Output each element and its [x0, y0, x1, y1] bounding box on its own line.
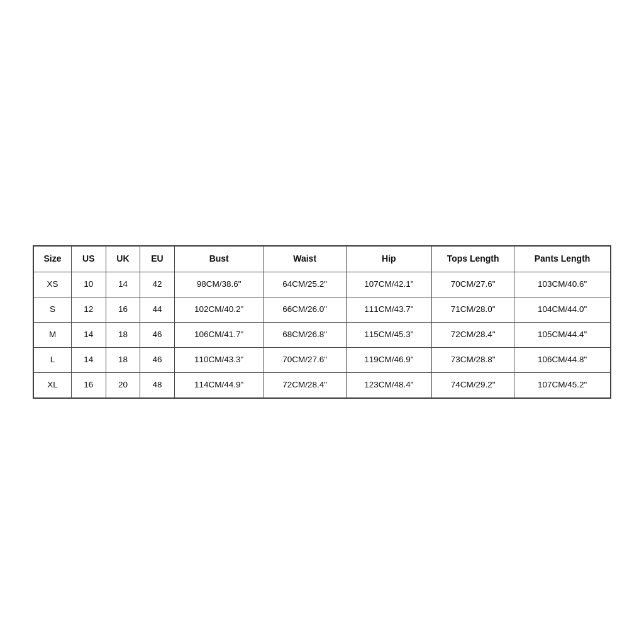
col-header-eu: EU	[140, 247, 175, 272]
col-header-size: Size	[34, 247, 72, 272]
cell-hip: 111CM/43.7"	[346, 297, 431, 322]
cell-bust: 106CM/41.7"	[174, 322, 264, 347]
cell-us: 12	[72, 297, 106, 322]
cell-us: 16	[72, 372, 106, 397]
cell-tops: 73CM/28.8"	[432, 347, 514, 372]
cell-eu: 46	[140, 347, 175, 372]
cell-size: XS	[34, 272, 72, 297]
col-header-waist: Waist	[264, 247, 346, 272]
col-header-tops: Tops Length	[432, 247, 514, 272]
cell-pants: 103CM/40.6"	[514, 272, 611, 297]
cell-eu: 46	[140, 322, 175, 347]
cell-uk: 18	[106, 322, 140, 347]
cell-bust: 98CM/38.6"	[174, 272, 264, 297]
col-header-hip: Hip	[346, 247, 431, 272]
cell-size: XL	[34, 372, 72, 397]
cell-size: M	[34, 322, 72, 347]
cell-bust: 114CM/44.9"	[174, 372, 264, 397]
cell-us: 10	[72, 272, 106, 297]
cell-uk: 14	[106, 272, 140, 297]
cell-waist: 70CM/27.6"	[264, 347, 346, 372]
cell-hip: 123CM/48.4"	[346, 372, 431, 397]
cell-eu: 42	[140, 272, 175, 297]
table-row: XL162048114CM/44.9"72CM/28.4"123CM/48.4"…	[34, 372, 611, 397]
cell-us: 14	[72, 322, 106, 347]
cell-hip: 119CM/46.9"	[346, 347, 431, 372]
cell-waist: 68CM/26.8"	[264, 322, 346, 347]
cell-bust: 102CM/40.2"	[174, 297, 264, 322]
cell-tops: 71CM/28.0"	[432, 297, 514, 322]
cell-uk: 18	[106, 347, 140, 372]
cell-waist: 72CM/28.4"	[264, 372, 346, 397]
cell-tops: 74CM/29.2"	[432, 372, 514, 397]
cell-uk: 16	[106, 297, 140, 322]
table-header-row: SizeUSUKEUBustWaistHipTops LengthPants L…	[34, 247, 611, 272]
col-header-pants: Pants Length	[514, 247, 611, 272]
cell-bust: 110CM/43.3"	[174, 347, 264, 372]
size-chart-container: SizeUSUKEUBustWaistHipTops LengthPants L…	[33, 245, 611, 398]
cell-pants: 104CM/44.0"	[514, 297, 611, 322]
table-row: XS10144298CM/38.6"64CM/25.2"107CM/42.1"7…	[34, 272, 611, 297]
cell-hip: 115CM/45.3"	[346, 322, 431, 347]
size-chart-table: SizeUSUKEUBustWaistHipTops LengthPants L…	[33, 246, 611, 397]
cell-waist: 64CM/25.2"	[264, 272, 346, 297]
col-header-us: US	[72, 247, 106, 272]
cell-uk: 20	[106, 372, 140, 397]
col-header-uk: UK	[106, 247, 140, 272]
cell-pants: 107CM/45.2"	[514, 372, 611, 397]
cell-pants: 106CM/44.8"	[514, 347, 611, 372]
table-row: M141846106CM/41.7"68CM/26.8"115CM/45.3"7…	[34, 322, 611, 347]
table-row: S121644102CM/40.2"66CM/26.0"111CM/43.7"7…	[34, 297, 611, 322]
cell-eu: 44	[140, 297, 175, 322]
cell-hip: 107CM/42.1"	[346, 272, 431, 297]
cell-us: 14	[72, 347, 106, 372]
cell-size: L	[34, 347, 72, 372]
col-header-bust: Bust	[174, 247, 264, 272]
cell-waist: 66CM/26.0"	[264, 297, 346, 322]
table-row: L141846110CM/43.3"70CM/27.6"119CM/46.9"7…	[34, 347, 611, 372]
cell-size: S	[34, 297, 72, 322]
cell-tops: 70CM/27.6"	[432, 272, 514, 297]
cell-eu: 48	[140, 372, 175, 397]
cell-pants: 105CM/44.4"	[514, 322, 611, 347]
cell-tops: 72CM/28.4"	[432, 322, 514, 347]
